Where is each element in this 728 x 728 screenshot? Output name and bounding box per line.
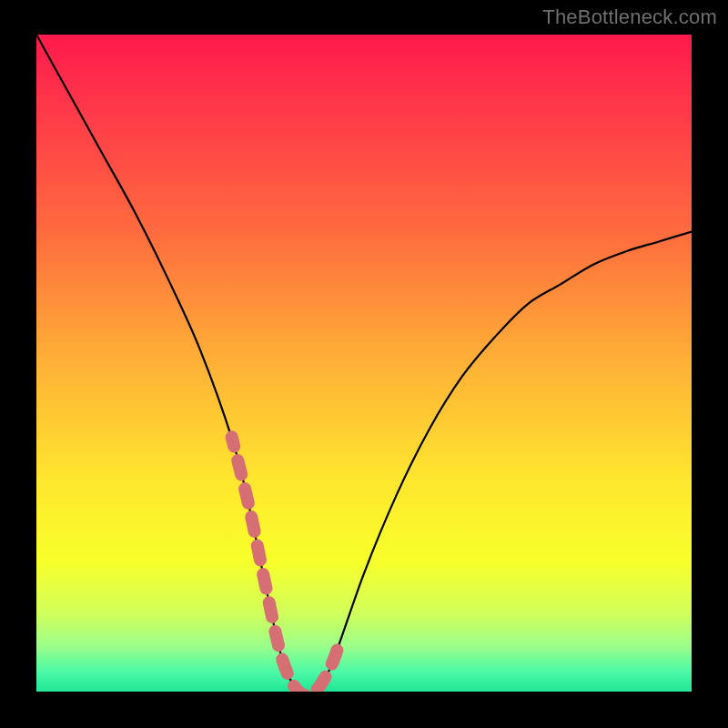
minimum-marker-dashes [232,437,341,692]
bottleneck-curve-svg [36,35,692,692]
bottleneck-curve-path [36,35,692,692]
plot-area [36,35,692,692]
chart-root: TheBottleneck.com [0,0,728,728]
watermark-text: TheBottleneck.com [542,5,717,29]
